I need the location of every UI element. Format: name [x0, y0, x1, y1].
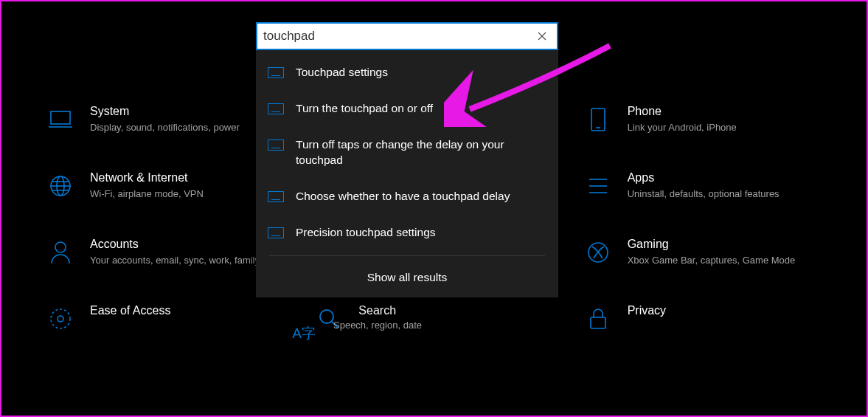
- settings-item-system[interactable]: System Display, sound, notifications, po…: [46, 105, 285, 134]
- language-icon: A字: [289, 319, 319, 348]
- search-result[interactable]: Turn the touchpad on or off: [256, 91, 558, 127]
- svg-rect-17: [591, 317, 605, 328]
- search-dropdown: Touchpad settings Turn the touchpad on o…: [256, 22, 558, 297]
- search-input[interactable]: [263, 29, 529, 44]
- settings-item-phone[interactable]: Phone Link your Android, iPhone: [583, 105, 822, 134]
- settings-subtitle: Wi-Fi, airplane mode, VPN: [90, 187, 204, 201]
- search-results: Touchpad settings Turn the touchpad on o…: [256, 50, 558, 297]
- settings-item-gaming[interactable]: Gaming Xbox Game Bar, captures, Game Mod…: [583, 238, 822, 267]
- settings-subtitle: Xbox Game Bar, captures, Game Mode: [628, 254, 796, 267]
- settings-item-network[interactable]: Network & Internet Wi-Fi, airplane mode,…: [46, 171, 285, 201]
- search-result[interactable]: Turn off taps or change the delay on you…: [256, 127, 558, 179]
- result-label: Turn the touchpad on or off: [296, 101, 433, 117]
- touchpad-icon: [268, 227, 284, 239]
- lock-icon: [583, 304, 613, 334]
- settings-subtitle: Link your Android, iPhone: [628, 121, 737, 134]
- touchpad-icon: [268, 139, 284, 151]
- accessibility-icon: [46, 304, 75, 334]
- settings-title: Apps: [628, 171, 780, 185]
- search-input-wrap: [256, 22, 558, 50]
- settings-item-privacy[interactable]: Privacy: [583, 304, 822, 334]
- show-all-results[interactable]: Show all results: [256, 261, 558, 297]
- laptop-icon: [46, 105, 75, 134]
- settings-title: Ease of Access: [90, 304, 170, 317]
- result-label: Choose whether to have a touchpad delay: [296, 189, 510, 204]
- divider: [269, 255, 545, 256]
- settings-item-time-language[interactable]: A字 Speech, region, date: [289, 319, 510, 348]
- clear-search-button[interactable]: [533, 27, 551, 45]
- result-label: Turn off taps or change the delay on you…: [296, 137, 545, 168]
- svg-point-13: [51, 309, 70, 328]
- settings-title: Phone: [628, 105, 737, 118]
- search-result[interactable]: Precision touchpad settings: [256, 215, 558, 251]
- globe-icon: [46, 171, 75, 201]
- settings-item-accounts[interactable]: Accounts Your accounts, email, sync, wor…: [46, 238, 285, 267]
- settings-title: System: [90, 105, 240, 118]
- settings-item-apps[interactable]: Apps Uninstall, defaults, optional featu…: [583, 171, 822, 201]
- settings-title: Gaming: [628, 238, 796, 251]
- settings-title: Network & Internet: [90, 171, 204, 185]
- search-result[interactable]: Choose whether to have a touchpad delay: [256, 179, 558, 215]
- touchpad-icon: [268, 191, 284, 203]
- settings-subtitle: Your accounts, email, sync, work, family: [90, 254, 260, 267]
- settings-title: Search: [358, 304, 396, 317]
- result-label: Precision touchpad settings: [296, 225, 436, 241]
- xbox-icon: [583, 238, 613, 267]
- touchpad-icon: [268, 67, 284, 79]
- person-icon: [46, 238, 75, 267]
- result-label: Touchpad settings: [296, 65, 388, 80]
- settings-subtitle: Display, sound, notifications, power: [90, 121, 240, 134]
- phone-icon: [583, 105, 613, 134]
- settings-subtitle: Speech, region, date: [333, 319, 422, 332]
- settings-subtitle: Uninstall, defaults, optional features: [628, 187, 780, 201]
- touchpad-icon: [268, 103, 284, 115]
- svg-rect-0: [51, 111, 70, 124]
- apps-icon: [583, 171, 613, 201]
- svg-point-11: [55, 242, 66, 252]
- svg-point-14: [58, 316, 63, 322]
- settings-title: Privacy: [628, 304, 666, 317]
- search-result[interactable]: Touchpad settings: [256, 55, 558, 91]
- settings-item-ease-of-access[interactable]: Ease of Access: [46, 304, 285, 334]
- settings-title: Accounts: [90, 238, 260, 251]
